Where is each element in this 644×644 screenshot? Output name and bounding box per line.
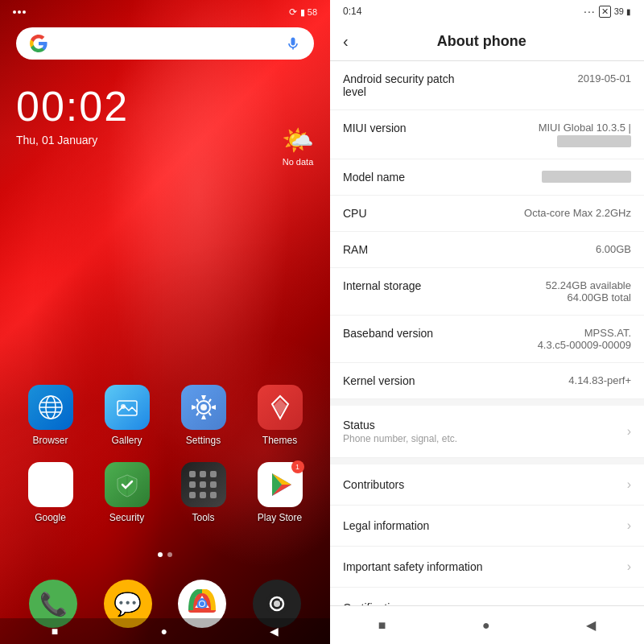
search-bar[interactable]	[16, 27, 314, 60]
chevron-safety: ›	[627, 559, 631, 574]
nav-back-right[interactable]: ◀	[586, 617, 596, 633]
app-label-themes: Themes	[262, 435, 297, 446]
chrome-icon	[188, 589, 217, 618]
app-icon-themes	[258, 385, 303, 430]
value-ram: 6.00GB	[596, 243, 631, 255]
app-item-security[interactable]: Security	[98, 462, 156, 523]
about-content: Android security patch level 2019-05-01 …	[330, 61, 644, 605]
status-bar-right: 0:14 ··· ✕ 39 ▮	[330, 0, 644, 23]
chevron-legal: ›	[627, 518, 631, 533]
app-label-tools: Tools	[192, 512, 214, 523]
app-grid: Browser Gallery Settings	[0, 385, 330, 539]
status-icons-left: ⟳ ▮ 58	[289, 6, 317, 18]
value-storage: 52.24GB available64.00GB total	[546, 279, 631, 303]
weather-widget: 🌤️ No data	[282, 125, 314, 167]
app-label-settings: Settings	[186, 435, 221, 446]
value-security-patch: 2019-05-01	[578, 72, 632, 85]
back-button[interactable]: ‹	[343, 32, 349, 51]
header-bar: ‹ About phone	[330, 23, 644, 61]
nav-square-left[interactable]: ■	[52, 625, 58, 638]
nav-bar-left: ■ ● ◀	[0, 618, 330, 644]
app-label-google: Google	[35, 512, 66, 523]
sim-icon: ✕	[599, 6, 611, 18]
page-dot-2	[167, 552, 172, 557]
label-storage: Internal storage	[343, 279, 421, 292]
app-item-themes[interactable]: Themes	[251, 385, 309, 446]
nav-row-safety[interactable]: Important safety information ›	[330, 547, 644, 588]
section-divider-2	[330, 458, 644, 464]
nav-row-legal[interactable]: Legal information ›	[330, 506, 644, 547]
section-divider-1	[330, 399, 644, 406]
label-kernel: Kernel version	[343, 374, 415, 387]
app-item-tools[interactable]: Tools	[175, 462, 233, 523]
chevron-contributors: ›	[627, 477, 631, 492]
info-row-model: Model name ████████████	[330, 159, 644, 196]
label-status: Status	[343, 419, 457, 431]
status-icons-right: ··· ✕ 39 ▮	[584, 5, 631, 18]
nav-circle-right[interactable]: ●	[482, 618, 490, 633]
app-label-browser: Browser	[32, 435, 68, 446]
app-item-google[interactable]: Google	[22, 462, 80, 523]
nav-square-right[interactable]: ■	[378, 618, 386, 633]
clock-widget: 00:02 Thu, 01 January	[0, 66, 330, 155]
status-dot-1	[13, 10, 16, 14]
info-row-ram: RAM 6.00GB	[330, 232, 644, 268]
chevron-status: ›	[627, 424, 631, 439]
svg-point-20	[200, 601, 204, 606]
value-model: ████████████	[542, 171, 631, 183]
label-baseband: Baseband version	[343, 327, 433, 340]
app-item-playstore[interactable]: 1 Play Store	[251, 462, 309, 523]
app-icon-tools	[181, 462, 226, 507]
status-dots	[13, 10, 26, 14]
right-about-panel: 0:14 ··· ✕ 39 ▮ ‹ About phone Android se…	[330, 0, 644, 644]
app-row-1: Browser Gallery Settings	[12, 385, 318, 446]
app-label-playstore: Play Store	[258, 512, 302, 523]
value-kernel: 4.14.83-perf+	[568, 374, 631, 386]
nav-row-status[interactable]: Status Phone number, signal, etc. ›	[330, 406, 644, 458]
info-row-storage: Internal storage 52.24GB available64.00G…	[330, 268, 644, 316]
app-icon-settings	[181, 385, 226, 430]
battery-right: 39 ▮	[614, 6, 631, 16]
mic-icon	[285, 35, 301, 52]
status-bar-left: ⟳ ▮ 58	[0, 0, 330, 21]
app-icon-gallery	[105, 385, 150, 430]
label-ram: RAM	[343, 243, 368, 256]
weather-icon: 🌤️	[282, 125, 314, 155]
label-model: Model name	[343, 171, 405, 184]
playstore-badge: 1	[291, 460, 304, 473]
nav-bar-right: ■ ● ◀	[330, 605, 644, 644]
dots-icon-right: ···	[584, 5, 596, 18]
status-dot-2	[18, 10, 21, 14]
value-miui: MIUI Global 10.3.5 | ██████████	[539, 122, 631, 147]
status-time-right: 0:14	[343, 6, 361, 17]
svg-point-24	[279, 599, 282, 601]
nav-row-contributors[interactable]: Contributors ›	[330, 464, 644, 506]
page-dot-active	[158, 552, 163, 557]
camera-icon	[264, 591, 290, 617]
app-label-gallery: Gallery	[111, 435, 142, 446]
value-baseband: MPSS.AT.4.3.c5-00009-00009	[538, 327, 631, 351]
label-security-patch: Android security patch level	[343, 72, 472, 98]
clock-date: Thu, 01 January	[16, 134, 314, 147]
google-logo	[29, 34, 48, 53]
nav-circle-left[interactable]: ●	[160, 625, 167, 638]
weather-text: No data	[282, 157, 314, 167]
app-icon-security	[105, 462, 150, 507]
nav-back-left[interactable]: ◀	[270, 625, 279, 638]
app-item-browser[interactable]: Browser	[22, 385, 80, 446]
svg-point-23	[274, 601, 280, 607]
nav-row-certification[interactable]: Certification ›	[330, 588, 644, 605]
app-icon-google	[28, 462, 73, 507]
status-dot-3	[23, 10, 26, 14]
app-item-gallery[interactable]: Gallery	[98, 385, 156, 446]
app-row-2: Google Security	[12, 462, 318, 523]
phone-icon: 📞	[39, 591, 68, 617]
info-row-cpu: CPU Octa-core Max 2.2GHz	[330, 196, 644, 232]
page-title: About phone	[361, 33, 602, 50]
label-cpu: CPU	[343, 207, 367, 220]
messages-icon: 💬	[114, 591, 142, 617]
app-label-security: Security	[109, 512, 144, 523]
page-dots	[158, 552, 172, 557]
app-item-settings[interactable]: Settings	[175, 385, 233, 446]
sublabel-status: Phone number, signal, etc.	[343, 433, 457, 444]
